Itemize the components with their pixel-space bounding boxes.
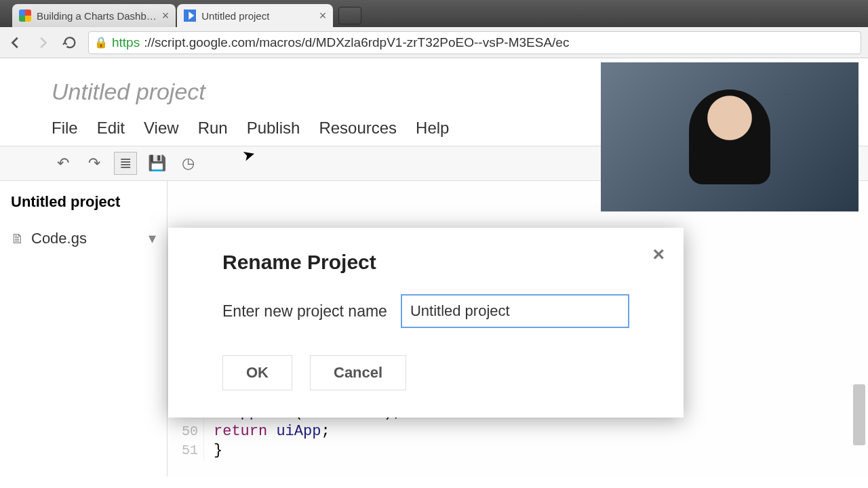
- toolbar-row: 🔒 https://script.google.com/macros/d/MDX…: [0, 27, 868, 58]
- project-name-input[interactable]: [401, 294, 629, 328]
- file-item[interactable]: 🗎 Code.gs ▾: [0, 223, 167, 254]
- lock-icon: 🔒: [94, 36, 108, 49]
- close-icon[interactable]: ×: [319, 9, 327, 23]
- menu-run[interactable]: Run: [198, 119, 228, 138]
- menu-resources[interactable]: Resources: [319, 119, 397, 138]
- ok-button[interactable]: OK: [222, 355, 292, 390]
- presenter-figure: [689, 89, 770, 184]
- chevron-down-icon[interactable]: ▾: [149, 230, 156, 247]
- menu-publish[interactable]: Publish: [247, 119, 300, 138]
- clock-icon[interactable]: ◷: [176, 152, 199, 175]
- sidebar: Untitled project 🗎 Code.gs ▾: [0, 181, 167, 476]
- address-bar[interactable]: 🔒 https://script.google.com/macros/d/MDX…: [88, 31, 861, 54]
- file-icon: 🗎: [11, 231, 24, 247]
- sidebar-project-title[interactable]: Untitled project: [0, 181, 167, 223]
- favicon-google-icon: [19, 9, 31, 22]
- close-icon[interactable]: ×: [652, 243, 665, 266]
- menu-edit[interactable]: Edit: [97, 119, 125, 138]
- tab-title: Building a Charts Dashb…: [37, 10, 157, 22]
- page-content: Untitled project File Edit View Run Publ…: [0, 58, 868, 488]
- cancel-button[interactable]: Cancel: [310, 355, 406, 390]
- code-line: return uiApp;: [214, 422, 868, 441]
- tab-title: Untitled project: [201, 10, 269, 22]
- undo-button[interactable]: ↶: [52, 152, 75, 175]
- vertical-scrollbar[interactable]: [853, 384, 865, 445]
- menu-help[interactable]: Help: [416, 119, 449, 138]
- browser-tab[interactable]: Building a Charts Dashb… ×: [12, 4, 176, 27]
- tab-strip: Building a Charts Dashb… × Untitled proj…: [0, 0, 868, 27]
- rename-project-dialog: × Rename Project Enter new project name …: [168, 228, 684, 418]
- dialog-label: Enter new project name: [222, 302, 387, 321]
- new-tab-button[interactable]: [338, 7, 361, 24]
- save-button[interactable]: 💾: [145, 152, 168, 175]
- webcam-overlay: [601, 62, 859, 211]
- dialog-title: Rename Project: [222, 251, 629, 274]
- redo-button[interactable]: ↷: [83, 152, 106, 175]
- file-name: Code.gs: [31, 230, 87, 247]
- menu-file[interactable]: File: [52, 119, 78, 138]
- url-rest: ://script.google.com/macros/d/MDXzla6rdp…: [144, 35, 569, 50]
- url-scheme: https: [112, 35, 140, 50]
- close-icon[interactable]: ×: [162, 9, 170, 23]
- indent-button[interactable]: ≣: [114, 152, 137, 175]
- reload-button[interactable]: [61, 34, 79, 52]
- browser-tab-active[interactable]: Untitled project ×: [177, 4, 333, 27]
- forward-button[interactable]: [34, 34, 52, 52]
- back-button[interactable]: [7, 34, 24, 52]
- code-line: }: [214, 441, 868, 460]
- menu-view[interactable]: View: [144, 119, 179, 138]
- favicon-appsscript-icon: [184, 9, 196, 22]
